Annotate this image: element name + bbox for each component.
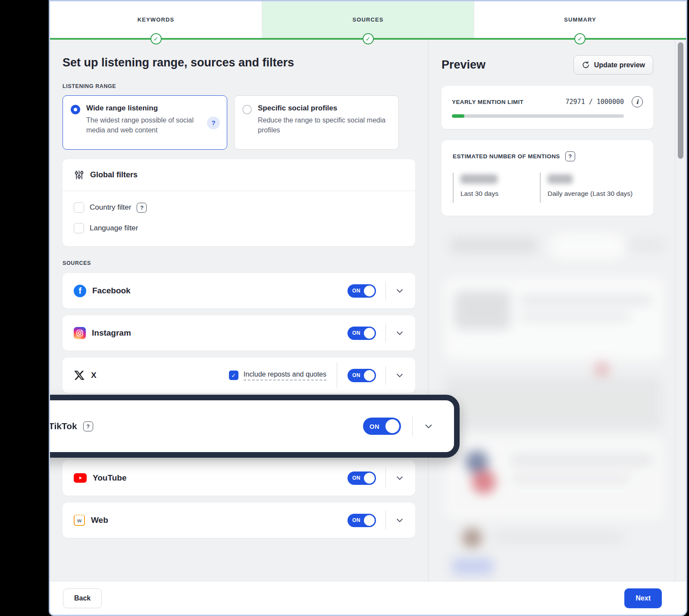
wide-range-help-icon[interactable]: ? bbox=[207, 116, 220, 129]
page-title: Set up listening range, sources and filt… bbox=[63, 56, 415, 69]
estimated-mentions-card: ESTIMATED NUMBER OF MENTIONS ? Last 30 d… bbox=[442, 140, 653, 216]
x-toggle[interactable]: ON bbox=[348, 369, 376, 382]
global-filters-title: Global filters bbox=[90, 170, 138, 179]
facebook-expand-chevron-icon[interactable] bbox=[395, 286, 404, 295]
global-filters-header: Global filters bbox=[63, 159, 415, 191]
wizard-footer: Back Next bbox=[50, 581, 686, 615]
source-name: Facebook bbox=[92, 286, 131, 295]
summary-complete-check-icon: ✓ bbox=[574, 33, 586, 44]
source-row-tiktok: TikTok ? ON bbox=[49, 395, 460, 458]
source-name: Instagram bbox=[92, 328, 131, 338]
source-row-x: X ✓ Include reposts and quotes ON bbox=[63, 358, 415, 393]
tab-keywords-label: KEYWORDS bbox=[138, 16, 174, 23]
tab-summary[interactable]: SUMMARY bbox=[474, 1, 686, 38]
include-reposts-label[interactable]: Include reposts and quotes bbox=[244, 371, 326, 380]
blurred-value bbox=[460, 174, 498, 184]
global-filters-body: Country filter ? Language filter bbox=[63, 191, 415, 246]
estimated-mentions-label: ESTIMATED NUMBER OF MENTIONS bbox=[453, 153, 560, 160]
tab-keywords[interactable]: KEYWORDS bbox=[50, 1, 262, 38]
next-button[interactable]: Next bbox=[624, 588, 662, 608]
preview-pane: Preview Update preview YEARLY MENTION LI… bbox=[429, 40, 675, 581]
web-icon: w bbox=[74, 515, 85, 526]
facebook-toggle[interactable]: ON bbox=[348, 284, 376, 298]
preview-mentions-blurred bbox=[442, 230, 653, 575]
mention-progress-fill bbox=[452, 114, 464, 118]
tab-summary-label: SUMMARY bbox=[564, 16, 596, 23]
yearly-mention-limit-card: YEARLY MENTION LIMIT 72971 / 1000000 i bbox=[442, 86, 653, 129]
facebook-icon: f bbox=[74, 285, 86, 297]
yearly-limit-value: 72971 / 1000000 bbox=[566, 98, 624, 106]
source-row-web: w Web ON bbox=[63, 503, 415, 538]
source-name: X bbox=[91, 371, 97, 380]
back-button[interactable]: Back bbox=[63, 588, 102, 608]
tab-sources[interactable]: SOURCES bbox=[262, 1, 474, 38]
source-name: Web bbox=[91, 515, 108, 525]
language-filter-row: Language filter bbox=[74, 223, 404, 233]
web-toggle[interactable]: ON bbox=[348, 514, 376, 527]
preview-title: Preview bbox=[442, 58, 485, 72]
web-expand-chevron-icon[interactable] bbox=[395, 516, 404, 525]
tiktok-expand-chevron-icon[interactable] bbox=[424, 421, 433, 431]
wizard-progress-line: ✓ ✓ ✓ bbox=[50, 38, 686, 40]
wide-range-radio[interactable] bbox=[71, 105, 80, 114]
yearly-limit-info-icon[interactable]: i bbox=[632, 96, 643, 107]
yearly-limit-progressbar bbox=[452, 114, 624, 118]
listening-range-options: Wide range listening The widest range po… bbox=[63, 95, 415, 150]
sources-complete-check-icon: ✓ bbox=[363, 33, 374, 44]
tiktok-toggle[interactable]: ON bbox=[363, 418, 401, 435]
wide-range-description: The widest range possible of social medi… bbox=[86, 115, 201, 135]
country-filter-row: Country filter ? bbox=[74, 202, 404, 213]
youtube-icon bbox=[74, 473, 87, 483]
sources-section-label: SOURCES bbox=[63, 260, 415, 266]
source-name: TikTok bbox=[49, 421, 77, 431]
source-row-facebook: f Facebook ON bbox=[63, 273, 415, 308]
app-window: KEYWORDS SOURCES SUMMARY ✓ ✓ ✓ Set up li… bbox=[49, 0, 687, 616]
stat-last-30-days: Last 30 days bbox=[453, 173, 540, 203]
listening-range-section-label: LISTENING RANGE bbox=[63, 83, 415, 89]
wide-range-title: Wide range listening bbox=[86, 104, 201, 113]
wide-range-option[interactable]: Wide range listening The widest range po… bbox=[63, 95, 227, 150]
language-filter-label: Language filter bbox=[90, 224, 138, 233]
country-filter-help-icon[interactable]: ? bbox=[137, 203, 147, 213]
scrollbar-thumb[interactable] bbox=[678, 42, 683, 159]
source-row-youtube: YouTube ON bbox=[63, 460, 415, 496]
wizard-tabbar: KEYWORDS SOURCES SUMMARY bbox=[50, 1, 686, 38]
global-filters-card: Global filters Country filter ? Language… bbox=[63, 159, 415, 246]
instagram-expand-chevron-icon[interactable] bbox=[395, 329, 404, 337]
instagram-toggle[interactable]: ON bbox=[348, 327, 376, 340]
country-filter-checkbox[interactable] bbox=[74, 202, 84, 213]
tiktok-help-icon[interactable]: ? bbox=[83, 421, 93, 431]
specific-profiles-radio[interactable] bbox=[242, 105, 252, 114]
keywords-complete-check-icon: ✓ bbox=[150, 33, 162, 44]
refresh-icon bbox=[582, 61, 590, 69]
include-reposts-checkbox[interactable]: ✓ bbox=[229, 371, 238, 380]
stat-daily-average: Daily average (Last 30 days) bbox=[540, 173, 633, 203]
setup-pane: Set up listening range, sources and filt… bbox=[50, 40, 429, 581]
yearly-limit-label: YEARLY MENTION LIMIT bbox=[452, 99, 523, 105]
youtube-toggle[interactable]: ON bbox=[348, 471, 376, 485]
update-preview-button[interactable]: Update preview bbox=[573, 55, 653, 75]
language-filter-checkbox[interactable] bbox=[74, 223, 84, 233]
specific-profiles-title: Specific social profiles bbox=[258, 104, 391, 113]
estimated-mentions-help-icon[interactable]: ? bbox=[565, 151, 575, 161]
youtube-expand-chevron-icon[interactable] bbox=[395, 474, 404, 482]
source-row-instagram: Instagram ON bbox=[63, 315, 415, 351]
country-filter-label: Country filter bbox=[90, 203, 131, 212]
x-icon bbox=[74, 370, 85, 381]
blurred-value bbox=[548, 174, 573, 184]
instagram-icon bbox=[74, 327, 86, 339]
source-name: YouTube bbox=[93, 473, 126, 483]
x-expand-chevron-icon[interactable] bbox=[395, 371, 404, 380]
sliders-icon bbox=[74, 170, 85, 180]
tab-sources-label: SOURCES bbox=[353, 16, 384, 23]
tiktok-highlight-annotation: TikTok ? ON bbox=[63, 395, 415, 458]
specific-profiles-description: Reduce the range to specific social medi… bbox=[258, 115, 391, 135]
scrollbar-track[interactable] bbox=[675, 40, 686, 581]
specific-profiles-option[interactable]: Specific social profiles Reduce the rang… bbox=[234, 95, 399, 150]
